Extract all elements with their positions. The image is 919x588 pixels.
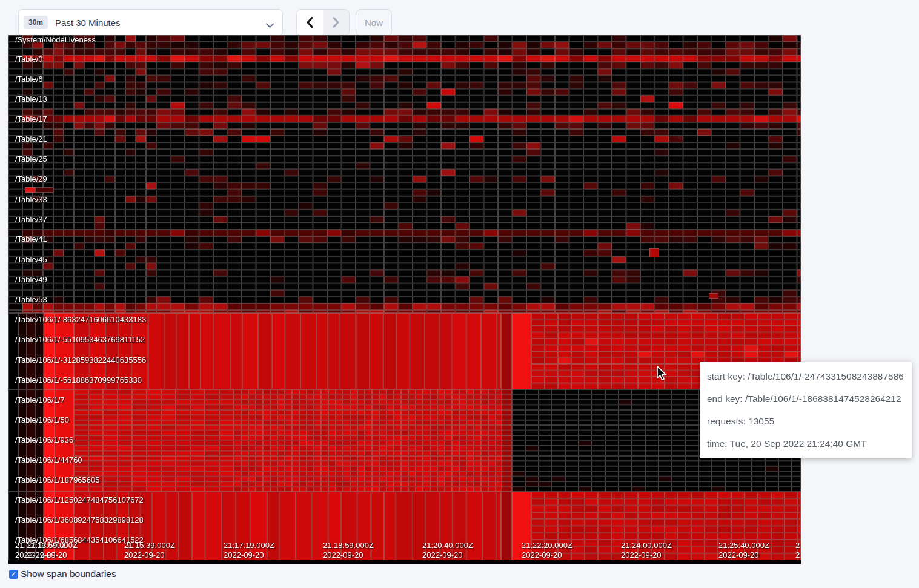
key-visualizer-heatmap[interactable] bbox=[8, 35, 801, 564]
time-window-dropdown[interactable]: 30m Past 30 Minutes bbox=[18, 9, 283, 36]
footer-controls: ✓ Show span boundaries bbox=[9, 569, 116, 580]
chevron-down-icon bbox=[266, 20, 274, 31]
tooltip-requests: requests: 13055 bbox=[707, 410, 904, 432]
time-window-label: Past 30 Minutes bbox=[55, 18, 121, 28]
time-nav-button-group bbox=[296, 9, 350, 36]
tooltip-time: time: Tue, 20 Sep 2022 21:24:40 GMT bbox=[707, 432, 904, 455]
show-span-boundaries-checkbox[interactable]: ✓ bbox=[9, 570, 18, 579]
chevron-left-icon bbox=[307, 17, 313, 28]
time-window-badge: 30m bbox=[24, 16, 48, 29]
show-span-boundaries-label: Show span boundaries bbox=[21, 569, 116, 580]
tooltip-start-key: start key: /Table/106/1/-247433150824388… bbox=[707, 365, 904, 388]
previous-interval-button[interactable] bbox=[297, 10, 323, 35]
cell-tooltip: start key: /Table/106/1/-247433150824388… bbox=[700, 362, 912, 458]
key-visualizer-page: 30m Past 30 Minutes Now start key: /Tabl… bbox=[0, 0, 919, 588]
now-button[interactable]: Now bbox=[356, 9, 392, 36]
tooltip-end-key: end key: /Table/106/1/-18683814745282642… bbox=[707, 388, 904, 410]
next-interval-button[interactable] bbox=[323, 10, 350, 35]
mouse-cursor-icon bbox=[655, 366, 668, 384]
chevron-right-icon bbox=[333, 17, 339, 28]
